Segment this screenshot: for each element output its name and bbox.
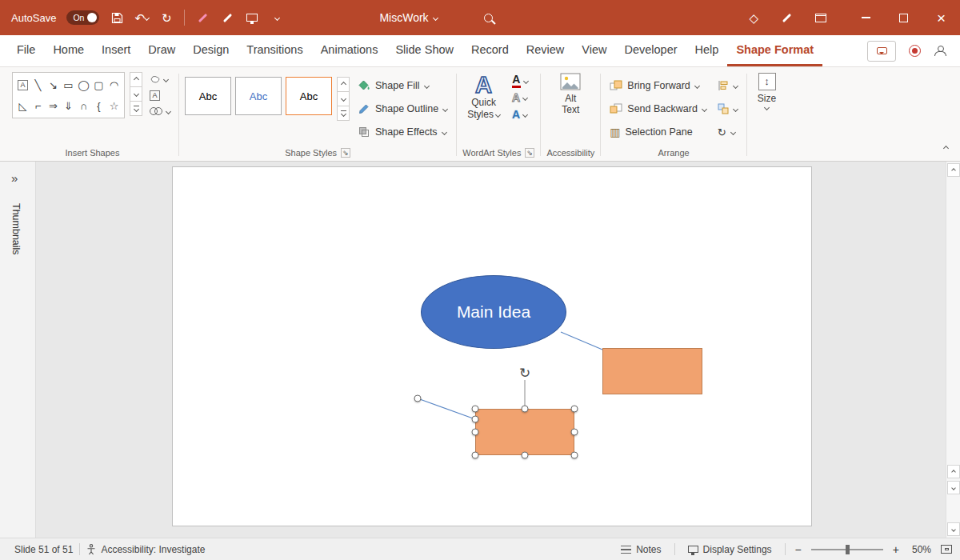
expand-thumbnails-button[interactable]: »	[11, 171, 18, 185]
zoom-level[interactable]: 50%	[909, 544, 934, 555]
quick-access-chevron[interactable]	[270, 8, 284, 27]
vertical-scrollbar[interactable]	[946, 162, 960, 538]
rotation-handle[interactable]: ↻	[519, 366, 530, 380]
tab-insert[interactable]: Insert	[93, 35, 139, 66]
selection-handle-top-right[interactable]	[571, 406, 578, 413]
selection-handle-bottom-center[interactable]	[522, 452, 529, 459]
style-more-button[interactable]	[337, 106, 350, 121]
size-button[interactable]: ↕ Size	[753, 72, 781, 110]
selection-handle-mid-right[interactable]	[571, 429, 578, 436]
shape-fill-button[interactable]: Shape Fill	[354, 75, 450, 96]
style-scroll-down-button[interactable]	[337, 91, 350, 106]
close-button[interactable]: ×	[922, 0, 960, 35]
tab-developer[interactable]: Developer	[615, 35, 686, 66]
alt-text-button[interactable]: Alt Text	[555, 72, 586, 117]
zoom-out-button[interactable]: −	[792, 543, 805, 556]
wordart-dialog-launcher[interactable]: ⇘	[525, 148, 534, 158]
gallery-scroll-down-button[interactable]	[130, 86, 142, 102]
selection-handle-bottom-left[interactable]	[472, 452, 479, 459]
tab-home[interactable]: Home	[44, 35, 93, 66]
oval-shape-option[interactable]: ◯	[76, 74, 91, 95]
align-objects-button[interactable]	[714, 75, 741, 96]
bring-forward-button[interactable]: Bring Forward	[606, 75, 710, 96]
shape-effects-button[interactable]: Shape Effects	[354, 122, 450, 142]
tab-record[interactable]: Record	[462, 35, 518, 66]
previous-slide-button[interactable]	[947, 465, 960, 478]
elbow-shape-option[interactable]: ⌐	[30, 95, 46, 116]
tab-draw[interactable]: Draw	[139, 35, 184, 66]
ribbon-display-options-icon[interactable]	[815, 14, 826, 22]
search-icon[interactable]	[484, 14, 493, 22]
down-arrow-shape-option[interactable]: ⇓	[61, 95, 76, 116]
triangle-shape-option[interactable]: ◺	[15, 95, 30, 116]
tab-transitions[interactable]: Transitions	[238, 35, 311, 66]
tab-file[interactable]: File	[8, 35, 44, 66]
record-indicator[interactable]	[909, 45, 921, 57]
line-endpoint-handle-end[interactable]	[472, 416, 479, 423]
tab-slide-show[interactable]: Slide Show	[386, 35, 462, 66]
document-title[interactable]: MiscWork	[379, 11, 437, 24]
arrow-shape-option[interactable]: ↘	[46, 74, 61, 95]
merge-shapes-button[interactable]	[147, 104, 173, 118]
save-button[interactable]	[110, 8, 124, 27]
selection-handle-mid-left[interactable]	[472, 429, 479, 436]
share-icon[interactable]	[934, 46, 946, 56]
star-shape-option[interactable]: ☆	[106, 95, 122, 116]
tab-review[interactable]: Review	[518, 35, 574, 66]
zoom-in-button[interactable]: +	[890, 543, 902, 556]
selection-handle-bottom-right[interactable]	[571, 452, 578, 459]
curve-shape-option[interactable]: ∩	[76, 95, 91, 116]
display-settings-button[interactable]: Display Settings	[682, 544, 778, 555]
tab-view[interactable]: View	[573, 35, 615, 66]
redo-button[interactable]: ↻	[159, 8, 174, 27]
scroll-up-button[interactable]	[947, 163, 960, 177]
selection-pane-button[interactable]: ▥ Selection Pane	[606, 122, 710, 142]
gallery-more-button[interactable]	[130, 101, 142, 116]
text-fill-button[interactable]: A	[510, 74, 530, 88]
gallery-scroll-up-button[interactable]	[130, 72, 142, 87]
text-outline-button[interactable]: A	[510, 90, 530, 105]
shape-style-preview-3[interactable]: Abc	[286, 77, 332, 115]
quick-styles-button[interactable]: A Quick Styles	[462, 72, 505, 121]
text-box-button[interactable]: A	[147, 88, 173, 102]
rotate-objects-button[interactable]: ↻	[714, 122, 741, 142]
main-idea-ellipse[interactable]: Main Idea	[421, 275, 566, 349]
line-shape-option[interactable]: ╲	[30, 74, 46, 95]
text-effects-button[interactable]: A	[510, 107, 530, 122]
fit-slide-to-window-button[interactable]	[941, 545, 952, 554]
rounded-rectangle-shape-option[interactable]: ▢	[91, 74, 106, 95]
comments-button[interactable]	[867, 41, 896, 62]
brace-shape-option[interactable]: {	[91, 95, 106, 116]
arc-shape-option[interactable]: ◠	[106, 74, 122, 95]
notes-button[interactable]: Notes	[614, 544, 667, 555]
tab-animations[interactable]: Animations	[312, 35, 387, 66]
accessibility-status[interactable]: Accessibility: Investigate	[80, 544, 211, 555]
shape-styles-dialog-launcher[interactable]: ⇘	[341, 148, 350, 158]
text-box-shape-option[interactable]: A	[15, 74, 30, 95]
slide-canvas[interactable]: Main Idea ↻	[172, 166, 812, 526]
style-scroll-up-button[interactable]	[337, 77, 350, 92]
maximize-button[interactable]	[885, 0, 922, 35]
shape-style-preview-1[interactable]: Abc	[185, 77, 231, 115]
tab-help[interactable]: Help	[686, 35, 728, 66]
undo-button[interactable]: ↶	[134, 8, 149, 27]
minimize-button[interactable]	[847, 0, 885, 35]
shape-outline-button[interactable]: Shape Outline	[354, 98, 450, 119]
scroll-down-button[interactable]	[947, 522, 960, 536]
present-button[interactable]	[245, 8, 259, 27]
thumbnails-label[interactable]: Thumbnails	[10, 203, 22, 255]
edit-shape-button[interactable]	[147, 72, 173, 86]
next-slide-button[interactable]	[947, 481, 960, 494]
right-arrow-shape-option[interactable]: ⇒	[46, 95, 61, 116]
shape-rectangle-1[interactable]	[602, 348, 702, 394]
group-objects-button[interactable]	[714, 98, 741, 119]
rectangle-shape-option[interactable]: ▭	[61, 74, 76, 95]
send-backward-button[interactable]: Send Backward	[606, 98, 710, 119]
pen-button[interactable]	[220, 8, 234, 27]
highlighter-button[interactable]	[195, 8, 210, 27]
designer-icon[interactable]: ◇	[749, 12, 758, 24]
tab-shape-format[interactable]: Shape Format	[727, 35, 822, 66]
line-endpoint-handle-start[interactable]	[414, 395, 422, 402]
selection-handle-top-left[interactable]	[472, 406, 479, 413]
selected-shape-rectangle[interactable]	[475, 409, 574, 455]
